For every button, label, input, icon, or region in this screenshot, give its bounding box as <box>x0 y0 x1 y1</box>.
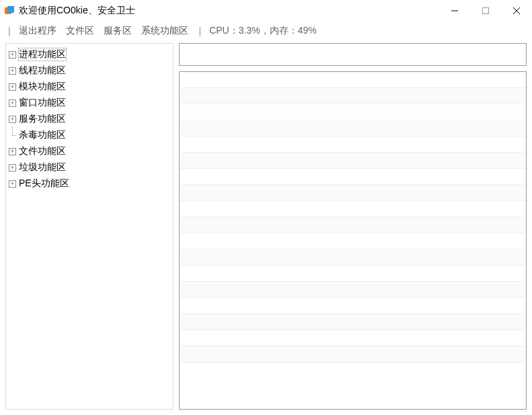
tree-item-label: 服务功能区 <box>19 113 66 125</box>
menu-file-area[interactable]: 文件区 <box>62 24 98 38</box>
expand-icon[interactable]: + <box>9 67 16 75</box>
tree-item[interactable]: +PE头功能区 <box>7 176 172 192</box>
expand-icon[interactable]: + <box>9 100 16 107</box>
window-controls <box>439 0 532 22</box>
menu-system-area[interactable]: 系统功能区 <box>137 24 192 38</box>
list-row[interactable] <box>180 266 526 282</box>
maximize-button[interactable] <box>470 0 501 22</box>
list-row[interactable] <box>180 153 526 169</box>
tree-item-label: PE头功能区 <box>19 178 69 190</box>
tree-item-label: 杀毒功能区 <box>19 129 66 141</box>
list-row[interactable] <box>180 104 526 120</box>
tree-item[interactable]: +垃圾功能区 <box>7 159 172 176</box>
titlebar: 欢迎使用CO0kie、安全卫士 <box>0 0 532 22</box>
tree-item-label: 模块功能区 <box>19 81 66 93</box>
list-row[interactable] <box>180 120 526 137</box>
menu-service-area[interactable]: 服务区 <box>100 24 136 38</box>
list-box[interactable] <box>179 71 527 410</box>
tree-item[interactable]: +文件功能区 <box>7 143 172 159</box>
list-row[interactable] <box>180 346 526 363</box>
tree-branch-icon <box>9 127 16 143</box>
expand-icon[interactable]: + <box>9 83 16 91</box>
svg-rect-3 <box>483 8 489 14</box>
tree-item-label: 窗口功能区 <box>19 97 66 109</box>
list-row[interactable] <box>180 233 526 250</box>
tree-item[interactable]: +进程功能区 <box>7 46 172 63</box>
menubar: | 退出程序 文件区 服务区 系统功能区 | CPU：3.3%，内存：49% <box>0 22 532 40</box>
expand-icon[interactable]: + <box>9 51 16 59</box>
detail-box[interactable] <box>179 43 527 66</box>
list-row[interactable] <box>180 282 526 298</box>
list-row[interactable] <box>180 137 526 153</box>
menu-exit[interactable]: 退出程序 <box>15 24 61 38</box>
status-text: CPU：3.3%，内存：49% <box>209 25 317 37</box>
tree-item[interactable]: +模块功能区 <box>7 79 172 95</box>
close-button[interactable] <box>501 0 532 22</box>
tree-item[interactable]: +线程功能区 <box>7 63 172 79</box>
list-row[interactable] <box>180 314 526 330</box>
menu-separator: | <box>196 26 202 36</box>
list-row[interactable] <box>180 72 526 88</box>
right-panel <box>179 43 527 410</box>
list-row[interactable] <box>180 298 526 314</box>
menu-separator: | <box>8 26 11 36</box>
tree-item[interactable]: +窗口功能区 <box>7 95 172 111</box>
tree-item-label: 文件功能区 <box>19 145 66 157</box>
list-row[interactable] <box>180 250 526 266</box>
window-title: 欢迎使用CO0kie、安全卫士 <box>19 5 439 17</box>
list-row[interactable] <box>180 88 526 104</box>
list-row[interactable] <box>180 201 526 217</box>
tree-item-label: 线程功能区 <box>19 65 66 77</box>
list-row[interactable] <box>180 185 526 201</box>
tree-panel[interactable]: +进程功能区+线程功能区+模块功能区+窗口功能区+服务功能区杀毒功能区+文件功能… <box>5 43 174 410</box>
tree-item-label: 进程功能区 <box>19 48 66 61</box>
app-icon <box>4 5 15 16</box>
minimize-button[interactable] <box>439 0 470 22</box>
expand-icon[interactable]: + <box>9 180 16 188</box>
body-area: +进程功能区+线程功能区+模块功能区+窗口功能区+服务功能区杀毒功能区+文件功能… <box>0 40 532 415</box>
list-row[interactable] <box>180 330 526 346</box>
expand-icon[interactable]: + <box>9 164 16 172</box>
tree-item-label: 垃圾功能区 <box>19 161 66 174</box>
expand-icon[interactable]: + <box>9 116 16 123</box>
expand-icon[interactable]: + <box>9 148 16 155</box>
list-row[interactable] <box>180 217 526 233</box>
tree-item[interactable]: 杀毒功能区 <box>7 127 172 143</box>
svg-rect-1 <box>7 6 14 13</box>
tree-item[interactable]: +服务功能区 <box>7 111 172 127</box>
list-row[interactable] <box>180 169 526 185</box>
